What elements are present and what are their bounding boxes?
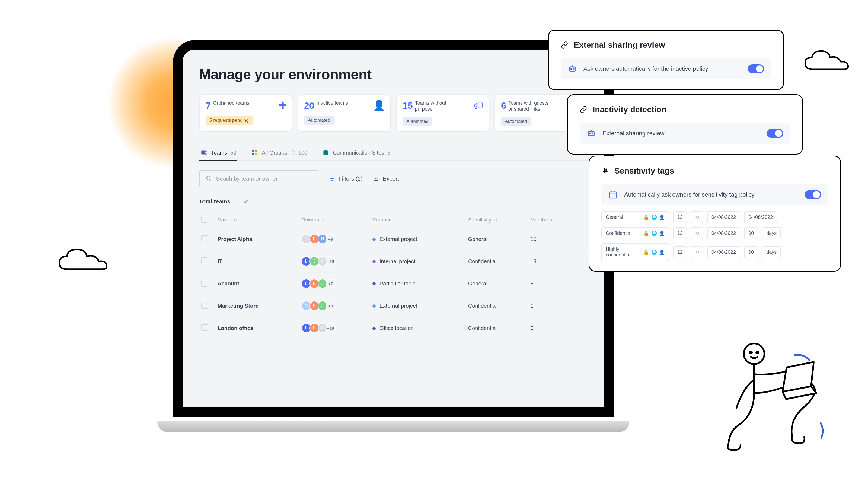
- cell-members: 15: [528, 228, 588, 250]
- export-button[interactable]: Export: [373, 175, 399, 182]
- cell-sensitivity: General: [466, 272, 528, 295]
- scorecard-label: Teams without purpose: [415, 100, 456, 112]
- date-pill[interactable]: 04/08/2022: [707, 246, 740, 258]
- toggle-switch[interactable]: [748, 64, 764, 73]
- table-row[interactable]: ITLJC+15Internal projectConfidential13: [199, 250, 588, 272]
- tab-groups[interactable]: All Groupsⓘ100: [250, 145, 308, 160]
- svg-line-8: [210, 180, 211, 181]
- scorecard-badge: Automated: [403, 117, 432, 126]
- refresh-pill[interactable]: ⟲: [691, 246, 703, 258]
- tab-bar: Teams52All Groupsⓘ100Communication Sites…: [199, 145, 588, 161]
- scorecard[interactable]: 👤20Inactive teamsAutomated: [298, 94, 391, 132]
- purpose-dot: [372, 282, 376, 286]
- duration-unit[interactable]: days: [762, 246, 781, 258]
- table-row[interactable]: Project AlphaCEN+9External projectGenera…: [199, 228, 588, 250]
- laptop-bezel: Manage your environment ✚7Orphaned teams…: [173, 40, 614, 417]
- scorecard-badge: 5 requests pending: [206, 116, 252, 125]
- table-row[interactable]: Marketing StoreNEJ+9External projectConf…: [199, 295, 588, 317]
- avatar-more[interactable]: +18: [326, 323, 336, 333]
- duration-n[interactable]: 90: [744, 227, 758, 239]
- avatar-more[interactable]: +9: [326, 301, 336, 311]
- row-checkbox[interactable]: [201, 324, 208, 331]
- policy-toggle-row: Ask owners automatically for the inactiv…: [561, 58, 771, 79]
- table-row[interactable]: AccountLEJ+7Particular topic...General5: [199, 272, 588, 295]
- avatar-more[interactable]: +15: [326, 257, 336, 266]
- column-header[interactable]: Owners↑↓: [299, 212, 370, 228]
- sensitivity-row: Confidential🔒🌐👤12⟲04/08/202290days: [601, 227, 828, 239]
- duration-n[interactable]: 90: [744, 246, 758, 258]
- svg-rect-12: [569, 67, 576, 71]
- refresh-pill[interactable]: ⟲: [691, 211, 703, 223]
- row-checkbox[interactable]: [201, 235, 208, 242]
- sort-icon: ↑↓: [554, 218, 558, 222]
- table-toolbar: Seach by team or owner Filters (1) Expor…: [199, 170, 588, 187]
- cell-name: Project Alpha: [215, 228, 299, 250]
- cell-sensitivity: Confidential: [466, 250, 528, 272]
- column-header[interactable]: Name↑↓: [215, 212, 299, 228]
- column-header[interactable]: Members↑↓: [528, 212, 588, 228]
- column-header[interactable]: Purpose↑↓: [370, 212, 466, 228]
- svg-point-2: [205, 153, 207, 155]
- download-icon: [373, 175, 379, 182]
- sort-icon: ↑↓: [321, 218, 325, 222]
- search-input[interactable]: Seach by team or owner: [199, 170, 318, 187]
- scorecard[interactable]: 🏷15Teams without purposeAutomated: [396, 94, 489, 132]
- date-pill[interactable]: 04/08/2022: [707, 227, 740, 239]
- row-checkbox[interactable]: [201, 302, 208, 309]
- cell-purpose: Office location: [370, 317, 466, 339]
- select-all-checkbox[interactable]: [201, 216, 208, 223]
- date-pill[interactable]: 04/08/2022: [744, 211, 777, 223]
- lock-icon: 🔒: [643, 230, 649, 236]
- row-checkbox[interactable]: [201, 280, 208, 287]
- link-icon: [580, 106, 587, 113]
- svg-rect-0: [201, 151, 205, 155]
- cell-sensitivity: Confidential: [466, 295, 528, 317]
- scorecard-count: 7: [206, 100, 211, 111]
- sensitivity-name[interactable]: Confidential🔒🌐👤: [601, 227, 669, 239]
- scorecard-label: Orphaned teams: [213, 100, 249, 106]
- sensitivity-rows: General🔒🌐👤12⟲04/08/202204/08/2022Confide…: [601, 211, 828, 261]
- laptop-base: [157, 421, 629, 432]
- cell-owners: CEN+9: [299, 228, 370, 250]
- tab-sites[interactable]: Communication Sites5: [321, 145, 392, 160]
- cell-owners: LEJ+7: [299, 272, 370, 295]
- cell-name: London office: [215, 317, 299, 339]
- toggle-switch[interactable]: [805, 190, 821, 199]
- column-header[interactable]: Sensitivity↑↓: [466, 212, 528, 228]
- refresh-pill[interactable]: ⟲: [691, 227, 703, 239]
- filter-icon: [329, 175, 335, 182]
- policy-toggle-row: Automatically ask owners for sensitivity…: [601, 184, 828, 205]
- duration-unit[interactable]: days: [762, 227, 781, 239]
- date-pill[interactable]: 04/08/2022: [707, 211, 740, 223]
- cell-name: Marketing Store: [215, 295, 299, 317]
- tab-teams[interactable]: Teams52: [199, 145, 237, 160]
- policy-toggle-row: External sharing review: [580, 123, 790, 144]
- cell-sensitivity: General: [466, 228, 528, 250]
- svg-point-1: [205, 151, 207, 153]
- filters-button[interactable]: Filters (1): [329, 175, 363, 182]
- cell-members: 6: [528, 317, 588, 339]
- search-placeholder: Seach by team or owner: [216, 175, 278, 182]
- link-icon: [561, 41, 568, 49]
- refresh-off-icon: ⟲: [695, 215, 699, 220]
- scorecard[interactable]: ✚7Orphaned teams5 requests pending: [199, 94, 292, 132]
- lock-icon: 🔒: [643, 250, 649, 255]
- scorecard-count: 20: [304, 100, 314, 111]
- calendar-icon: [609, 190, 618, 199]
- sensitivity-name[interactable]: Highly confidential🔒🌐👤: [601, 243, 669, 261]
- row-checkbox[interactable]: [201, 257, 208, 264]
- svg-point-25: [744, 344, 764, 364]
- teams-icon: [200, 149, 208, 156]
- sensitivity-name[interactable]: General🔒🌐👤: [601, 211, 669, 223]
- total-count: Total teams | 52: [199, 198, 588, 205]
- svg-point-14: [573, 68, 574, 69]
- table-row[interactable]: London officeLEC+18Office locationConfid…: [199, 317, 588, 339]
- toggle-switch[interactable]: [767, 129, 783, 138]
- policy-card-inactivity: Inactivity detection External sharing re…: [567, 94, 803, 155]
- sort-icon: ↑↓: [493, 218, 497, 222]
- avatar-more[interactable]: +9: [326, 234, 336, 244]
- cell-purpose: External project: [370, 228, 466, 250]
- cell-members: 1: [528, 295, 588, 317]
- avatar-more[interactable]: +7: [326, 279, 336, 289]
- search-icon: [206, 175, 212, 182]
